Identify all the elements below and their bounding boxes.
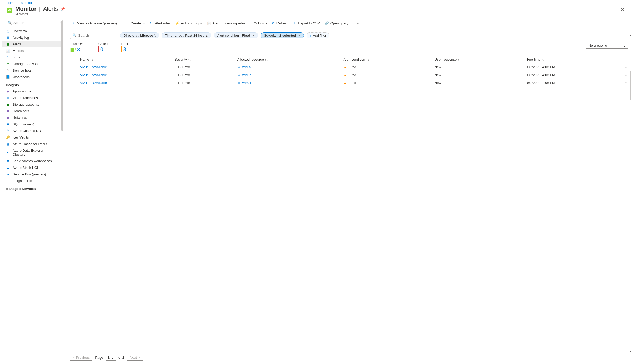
sidebar-item-overview[interactable]: ◷Overview (2, 28, 61, 34)
sidebar-item-key-vaults[interactable]: 🔑Key Vaults (2, 134, 61, 141)
content-scrollbar[interactable]: ▲ ▼ (629, 34, 632, 353)
processing-icon: 📋 (207, 21, 211, 25)
scroll-up-icon[interactable]: ▲ (629, 34, 632, 37)
toolbar-overflow[interactable]: ⋯ (355, 20, 363, 26)
alert-name-link[interactable]: VM is unavailable (80, 65, 107, 69)
nav-item-label: Key Vaults (13, 135, 29, 139)
chevron-right-icon: › (18, 1, 19, 5)
alert-rules-button[interactable]: 🛡Alert rules (148, 20, 173, 26)
content-search-input[interactable] (78, 33, 122, 37)
refresh-button[interactable]: ⟳Refresh (270, 20, 291, 26)
sidebar-item-metrics[interactable]: 📊Metrics (2, 47, 61, 54)
timeline-button[interactable]: 🗓View as timeline (preview) (70, 20, 119, 26)
filter-alert-condition[interactable]: Alert condition : Fired✕ (214, 32, 258, 38)
sidebar-item-service-bus-preview-[interactable]: ☁Service Bus (preview) (2, 171, 61, 178)
filter-directory[interactable]: Directory : Microsoft (120, 32, 159, 38)
close-icon[interactable]: ✕ (251, 34, 255, 37)
sidebar-item-azure-cosmos-db[interactable]: ✈Azure Cosmos DB (2, 127, 61, 134)
alert-name-link[interactable]: VM is unavailable (80, 73, 107, 77)
close-icon[interactable]: ✕ (297, 34, 300, 37)
severity-bar-icon (175, 81, 175, 85)
row-checkbox[interactable] (72, 65, 76, 68)
add-filter-button[interactable]: ⫾Add filter (307, 32, 329, 38)
sidebar-search-input[interactable] (13, 21, 58, 25)
next-button[interactable]: Next > (127, 355, 143, 361)
col-resource[interactable]: Affected resource↑↓ (235, 56, 341, 63)
sort-icon: ↑↓ (365, 58, 369, 61)
sidebar-item-storage-accounts[interactable]: ≣Storage accounts (2, 101, 61, 108)
create-button[interactable]: ＋Create⌄ (124, 20, 147, 27)
severity-bar-icon (175, 73, 175, 77)
nav-item-label: Azure Data Explorer Clusters (13, 149, 57, 156)
query-icon: 🔗 (325, 21, 329, 25)
row-checkbox[interactable] (72, 73, 76, 76)
filter-severity[interactable]: Severity : 2 selected✕ (261, 32, 304, 38)
nav-item-label: Azure Cache for Redis (13, 142, 47, 146)
row-menu-icon[interactable]: ⋯ (625, 73, 629, 77)
resource-link[interactable]: win04 (242, 81, 251, 85)
scroll-down-icon[interactable]: ▼ (629, 350, 632, 353)
sidebar-item-containers[interactable]: ⬢Containers (2, 108, 61, 114)
columns-button[interactable]: ≡Columns (248, 20, 269, 26)
sidebar-scrollbar[interactable] (61, 18, 64, 363)
alert-total-icon: ◼! (70, 46, 76, 53)
row-menu-icon[interactable]: ⋯ (625, 65, 629, 69)
col-response[interactable]: User response↑↓ (432, 56, 525, 63)
content-search[interactable]: 🔍 (70, 32, 117, 39)
sidebar-item-azure-cache-for-redis[interactable]: ▦Azure Cache for Redis (2, 141, 61, 147)
more-icon[interactable]: ⋯ (67, 7, 71, 11)
sidebar-item-logs[interactable]: 🗒Logs (2, 54, 61, 61)
vm-icon: 🖥 (237, 73, 240, 77)
col-condition[interactable]: Alert condition↑↓ (341, 56, 432, 63)
search-icon: 🔍 (72, 33, 77, 37)
table-row[interactable]: VM is unavailable1 - Error🖥win05▲FiredNe… (70, 63, 631, 71)
main-content: 🗓View as timeline (preview) ＋Create⌄ 🛡Al… (64, 18, 632, 363)
sidebar-item-insights-hub[interactable]: ⋯Insights Hub (2, 178, 61, 184)
col-severity[interactable]: Severity↑↓ (172, 56, 235, 63)
sidebar-item-alerts[interactable]: ◼Alerts (2, 41, 61, 47)
close-icon[interactable]: ✕ (619, 6, 626, 14)
pin-icon[interactable]: 📌 (61, 7, 65, 11)
grouping-dropdown[interactable]: No grouping⌄ (586, 42, 628, 49)
nav-item-icon: ◼ (6, 42, 10, 46)
table-row[interactable]: VM is unavailable1 - Error🖥win04▲FiredNe… (70, 79, 631, 87)
severity-text: 1 - Error (177, 81, 190, 85)
chevron-down-icon: ⌄ (623, 43, 626, 47)
sidebar-item-azure-stack-hci[interactable]: ☁Azure Stack HCI (2, 164, 61, 171)
breadcrumb-home[interactable]: Home (6, 1, 16, 5)
nav-item-label: Overview (13, 29, 27, 33)
action-icon: ⚡ (175, 21, 179, 25)
resource-link[interactable]: win05 (242, 65, 251, 69)
sidebar-search[interactable]: 🔍 (6, 19, 57, 26)
alert-name-link[interactable]: VM is unavailable (80, 81, 107, 85)
prev-button[interactable]: < Previous (70, 355, 92, 361)
alerts-table: Name↑↓ Severity↑↓ Affected resource↑↓ Al… (66, 56, 632, 352)
col-name[interactable]: Name↑↓ (78, 56, 172, 63)
nav-item-icon: ✦ (6, 62, 10, 66)
sidebar-item-sql-preview-[interactable]: ▣SQL (preview) (2, 121, 61, 127)
sidebar-item-networks[interactable]: ◆Networks (2, 114, 61, 121)
col-fire[interactable]: Fire time↑↓ (525, 56, 623, 63)
action-groups-button[interactable]: ⚡Action groups (173, 20, 204, 26)
nav-item-icon: ▦ (6, 142, 10, 146)
open-query-button[interactable]: 🔗Open query (323, 20, 350, 26)
row-menu-icon[interactable]: ⋯ (625, 81, 629, 85)
sidebar-item-service-health[interactable]: ♡Service health (2, 67, 61, 74)
sidebar-item-virtual-machines[interactable]: 🖥Virtual Machines (2, 95, 61, 101)
severity-text: 1 - Error (177, 73, 190, 77)
resource-link[interactable]: win07 (242, 73, 251, 77)
row-checkbox[interactable] (72, 81, 76, 84)
export-button[interactable]: ⭳Export to CSV (291, 20, 322, 26)
table-row[interactable]: VM is unavailable1 - Error🖥win07▲FiredNe… (70, 71, 631, 79)
sidebar-item-change-analysis[interactable]: ✦Change Analysis (2, 61, 61, 67)
filter-time-range[interactable]: Time range : Past 24 hours (162, 32, 211, 38)
sidebar-item-workbooks[interactable]: 📘Workbooks (2, 74, 61, 80)
page-dropdown[interactable]: 1⌄ (106, 355, 116, 361)
sidebar-item-activity-log[interactable]: ▤Activity log (2, 34, 61, 41)
sidebar-item-azure-data-explorer-clusters[interactable]: ✶Azure Data Explorer Clusters (2, 147, 61, 158)
collapse-sidebar-icon[interactable]: « (60, 20, 61, 23)
breadcrumb-current[interactable]: Monitor (21, 1, 32, 5)
processing-rules-button[interactable]: 📋Alert processing rules (205, 20, 248, 26)
sidebar-item-applications[interactable]: ◆Applications (2, 88, 61, 95)
sidebar-item-log-analytics-workspaces[interactable]: ≡Log Analytics workspaces (2, 158, 61, 164)
